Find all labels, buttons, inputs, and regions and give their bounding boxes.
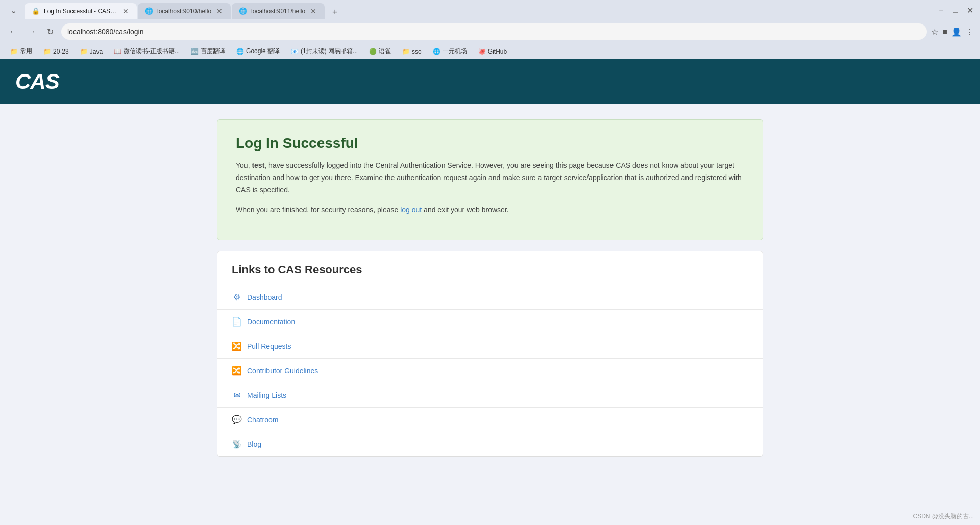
browser-chrome: ⌄ 🔒 Log In Successful - CAS - Ce... ✕ 🌐 … (0, 0, 980, 59)
bookmark-label-4: 微信读书-正版书籍... (124, 47, 180, 56)
pull-requests-icon: 🔀 (232, 341, 242, 351)
bookmark-label-7: (1封未读) 网易邮箱... (301, 47, 358, 56)
bookmarks-bar: 📁 常用 📁 20-23 📁 Java 📖 微信读书-正版书籍... 🔤 百度翻… (0, 43, 980, 59)
bookmark-yuque-icon: 🟢 (369, 48, 377, 55)
bookmark-email-icon: 📧 (291, 48, 299, 55)
close-button[interactable]: ✕ (966, 6, 974, 14)
bookmark-label-10: 一元机场 (443, 47, 467, 56)
success-text-post: , have successfully logged into the Cent… (236, 161, 742, 194)
bookmark-folder-icon-3: 📁 (80, 48, 88, 55)
blog-icon: 📡 (232, 439, 242, 449)
mailing-icon: ✉ (232, 390, 242, 400)
bookmark-label-2: 20-23 (53, 48, 69, 55)
tab-close-1[interactable]: ✕ (215, 6, 224, 16)
bookmark-github-icon: 🐙 (478, 48, 486, 55)
chatroom-link[interactable]: Chatroom (247, 416, 278, 424)
bookmark-github[interactable]: 🐙 GitHub (474, 47, 511, 56)
profile-icon[interactable]: 👤 (951, 27, 962, 37)
bookmark-weixin[interactable]: 📖 微信读书-正版书籍... (110, 46, 184, 57)
new-tab-button[interactable]: + (328, 5, 342, 19)
resource-item-documentation[interactable]: 📄 Documentation (217, 309, 763, 334)
extensions-icon[interactable]: ■ (942, 27, 947, 36)
bookmark-label: 常用 (20, 47, 32, 56)
resource-item-pull-requests[interactable]: 🔀 Pull Requests (217, 334, 763, 358)
pull-requests-link[interactable]: Pull Requests (247, 342, 291, 351)
cas-header: CAS (0, 59, 980, 104)
tab-label-active: Log In Successful - CAS - Ce... (44, 8, 117, 15)
bookmark-folder-icon: 📁 (10, 48, 18, 55)
address-input[interactable] (61, 23, 927, 40)
resource-list: ⚙ Dashboard 📄 Documentation 🔀 Pull Reque… (217, 285, 763, 456)
tab-inactive-1[interactable]: 🌐 localhost:9010/hello ✕ (138, 3, 231, 19)
chatroom-icon: 💬 (232, 415, 242, 424)
success-text-pre: You, (236, 161, 252, 169)
address-bar-icons: ☆ ■ 👤 ⋮ (931, 27, 974, 37)
forward-button[interactable]: → (24, 24, 39, 39)
page-content: CAS Log In Successful You, test, have su… (0, 59, 980, 492)
back-button[interactable]: ← (6, 24, 20, 39)
contributor-link[interactable]: Contributor Guidelines (247, 367, 318, 375)
bookmark-yiyuan[interactable]: 🌐 一元机场 (429, 46, 471, 57)
bookmark-java[interactable]: 📁 Java (76, 47, 107, 56)
bookmark-label-5: 百度翻译 (201, 47, 225, 56)
success-paragraph-1: You, test, have successfully logged into… (236, 160, 744, 196)
resource-item-blog[interactable]: 📡 Blog (217, 432, 763, 456)
menu-icon[interactable]: ⋮ (966, 27, 974, 37)
reload-button[interactable]: ↻ (43, 24, 57, 39)
username-bold: test (252, 161, 264, 169)
paragraph2-pre: When you are finished, for security reas… (236, 206, 400, 214)
bookmark-label-9: sso (412, 48, 422, 55)
bookmark-sso[interactable]: 📁 sso (398, 47, 426, 56)
tab-label-1: localhost:9010/hello (157, 8, 211, 15)
tab-label-2: localhost:9011/hello (251, 8, 305, 15)
dashboard-link[interactable]: Dashboard (247, 293, 282, 302)
blog-link[interactable]: Blog (247, 440, 261, 448)
tab-favicon-active: 🔒 (32, 7, 40, 15)
logout-link[interactable]: log out (400, 206, 422, 214)
tabs-bar: 🔒 Log In Successful - CAS - Ce... ✕ 🌐 lo… (20, 1, 937, 19)
bookmark-label-11: GitHub (488, 48, 507, 55)
tab-close-active[interactable]: ✕ (121, 6, 130, 16)
paragraph2-post: and exit your web browser. (422, 206, 508, 214)
minimize-button[interactable]: − (937, 6, 945, 14)
bookmark-yuque[interactable]: 🟢 语雀 (365, 46, 395, 57)
bookmark-label-6: Google 翻译 (246, 47, 280, 56)
contributor-icon: 🔀 (232, 366, 242, 376)
bookmark-email[interactable]: 📧 (1封未读) 网易邮箱... (287, 46, 362, 57)
bookmark-google-icon: 🌐 (236, 48, 244, 55)
tab-favicon-1: 🌐 (145, 7, 153, 15)
resource-item-contributor[interactable]: 🔀 Contributor Guidelines (217, 358, 763, 383)
tab-list-arrow[interactable]: ⌄ (6, 3, 20, 17)
bookmark-star-icon[interactable]: ☆ (931, 27, 938, 37)
dashboard-icon: ⚙ (232, 292, 242, 302)
cas-logo: CAS (15, 69, 59, 94)
tab-close-2[interactable]: ✕ (309, 6, 317, 16)
bookmark-folder-icon-2: 📁 (43, 48, 51, 55)
tab-active[interactable]: 🔒 Log In Successful - CAS - Ce... ✕ (24, 3, 137, 19)
title-bar-left: ⌄ (6, 3, 20, 17)
bookmark-changyong[interactable]: 📁 常用 (6, 46, 36, 57)
success-title: Log In Successful (236, 135, 744, 152)
resource-item-chatroom[interactable]: 💬 Chatroom (217, 407, 763, 432)
bookmark-book-icon: 📖 (114, 48, 121, 55)
bookmark-google-translate[interactable]: 🌐 Google 翻译 (232, 46, 284, 57)
bookmark-2023[interactable]: 📁 20-23 (39, 47, 73, 56)
tab-inactive-2[interactable]: 🌐 localhost:9011/hello ✕ (232, 3, 325, 19)
success-box: Log In Successful You, test, have succes… (217, 119, 763, 240)
bookmark-translate-icon: 🔤 (191, 48, 199, 55)
documentation-link[interactable]: Documentation (247, 318, 295, 326)
resource-item-mailing[interactable]: ✉ Mailing Lists (217, 383, 763, 407)
success-paragraph-2: When you are finished, for security reas… (236, 204, 744, 216)
bookmark-baidu-translate[interactable]: 🔤 百度翻译 (187, 46, 229, 57)
main-container: Log In Successful You, test, have succes… (207, 119, 773, 457)
maximize-button[interactable]: □ (951, 6, 960, 14)
resource-item-dashboard[interactable]: ⚙ Dashboard (217, 285, 763, 309)
documentation-icon: 📄 (232, 317, 242, 327)
bookmark-sso-folder-icon: 📁 (402, 48, 410, 55)
window-controls: − □ ✕ (937, 6, 974, 14)
mailing-link[interactable]: Mailing Lists (247, 391, 286, 399)
resources-title: Links to CAS Resources (217, 251, 763, 285)
resources-box: Links to CAS Resources ⚙ Dashboard 📄 Doc… (217, 251, 763, 457)
bookmark-label-8: 语雀 (379, 47, 391, 56)
address-bar-row: ← → ↻ ☆ ■ 👤 ⋮ (0, 20, 980, 43)
